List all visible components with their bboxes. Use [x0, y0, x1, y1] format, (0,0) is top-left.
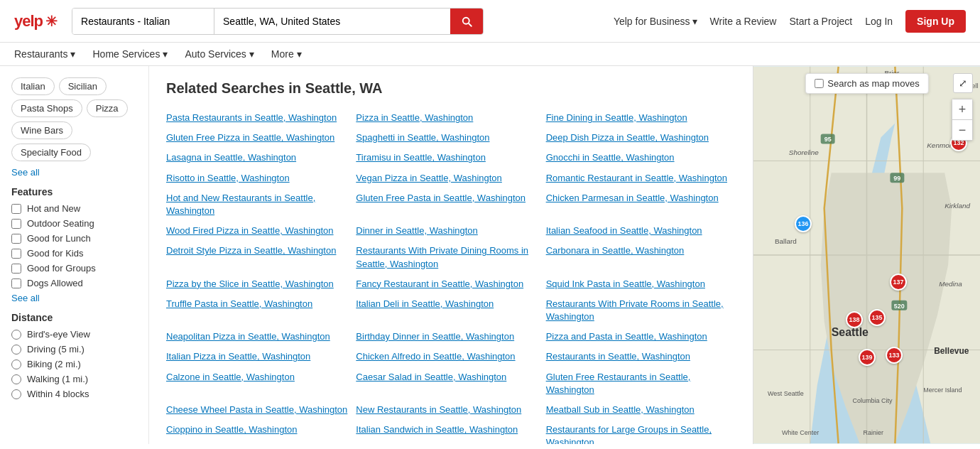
- related-search-link[interactable]: New Restaurants in Seattle, Washington: [356, 404, 521, 415]
- related-search-link[interactable]: Pizza and Pasta in Seattle, Washington: [546, 331, 707, 342]
- map-pin-139[interactable]: 139: [859, 349, 876, 366]
- search-query-input[interactable]: [72, 9, 214, 34]
- auto-services-nav[interactable]: Auto Services ▾: [185, 48, 254, 60]
- tag-wine-bars[interactable]: Wine Bars: [11, 121, 72, 139]
- map-pin-137[interactable]: 137: [890, 274, 907, 291]
- map-pin-138[interactable]: 138: [846, 311, 863, 328]
- feature-good-for-lunch[interactable]: Good for Lunch: [11, 233, 137, 244]
- related-search-link[interactable]: Cioppino in Seattle, Washington: [166, 424, 298, 435]
- logo[interactable]: yelp ✳: [14, 12, 58, 31]
- feature-good-for-kids-checkbox[interactable]: [11, 249, 21, 259]
- distance-walking[interactable]: Walking (1 mi.): [11, 374, 137, 384]
- related-search-link[interactable]: Italian Pizza in Seattle, Washington: [166, 351, 310, 362]
- related-search-link[interactable]: Pasta Restaurants in Seattle, Washington: [166, 112, 337, 123]
- feature-good-for-kids[interactable]: Good for Kids: [11, 248, 137, 259]
- login-button[interactable]: Log In: [865, 16, 893, 27]
- related-search-item: Truffle Pasta in Seattle, Washington: [166, 294, 356, 327]
- map-pin-136[interactable]: 136: [795, 215, 812, 232]
- tag-specialty-food[interactable]: Specialty Food: [11, 144, 91, 161]
- related-search-link[interactable]: Pizza by the Slice in Seattle, Washingto…: [166, 278, 334, 289]
- related-search-link[interactable]: Calzone in Seattle, Washington: [166, 372, 295, 382]
- related-search-link[interactable]: Romantic Restaurant in Seattle, Washingt…: [546, 173, 727, 183]
- start-project-nav[interactable]: Start a Project: [789, 16, 852, 27]
- related-search-item: Carbonara in Seattle, Washington: [546, 241, 736, 274]
- write-review-nav[interactable]: Write a Review: [710, 16, 777, 27]
- distance-biking[interactable]: Biking (2 mi.): [11, 359, 137, 369]
- related-search-link[interactable]: Birthday Dinner in Seattle, Washington: [356, 331, 514, 342]
- related-search-link[interactable]: Gluten Free Restaurants in Seattle, Wash…: [546, 372, 691, 395]
- related-search-item: Pizza by the Slice in Seattle, Washingto…: [166, 274, 356, 294]
- distance-walking-radio[interactable]: [11, 374, 21, 384]
- feature-dogs-allowed-checkbox[interactable]: [11, 278, 21, 288]
- tag-sicilian[interactable]: Sicilian: [59, 77, 107, 95]
- related-search-link[interactable]: Restaurants for Large Groups in Seattle,…: [546, 424, 712, 444]
- zoom-in-button[interactable]: +: [952, 99, 972, 119]
- feature-outdoor-seating-checkbox[interactable]: [11, 219, 21, 229]
- feature-good-for-lunch-checkbox[interactable]: [11, 234, 21, 244]
- see-all-tags[interactable]: See all: [11, 167, 137, 178]
- search-button[interactable]: [450, 9, 483, 34]
- feature-hot-and-new[interactable]: Hot and New: [11, 203, 137, 214]
- related-search-link[interactable]: Vegan Pizza in Seattle, Washington: [356, 173, 501, 183]
- distance-driving-radio[interactable]: [11, 345, 21, 355]
- distance-birds-eye-radio[interactable]: [11, 330, 21, 340]
- search-as-moves-checkbox[interactable]: [814, 79, 823, 88]
- distance-birds-eye[interactable]: Bird's-eye View: [11, 329, 137, 340]
- related-search-link[interactable]: Fancy Restaurant in Seattle, Washington: [356, 278, 523, 289]
- search-location-input[interactable]: [214, 9, 450, 34]
- search-as-map-moves[interactable]: Search as map moves: [805, 73, 928, 94]
- related-search-link[interactable]: Gnocchi in Seattle, Washington: [546, 152, 675, 163]
- feature-hot-and-new-checkbox[interactable]: [11, 204, 21, 214]
- related-search-link[interactable]: Caesar Salad in Seattle, Washington: [356, 372, 506, 382]
- related-search-link[interactable]: Restaurants With Private Rooms in Seattl…: [546, 298, 724, 322]
- related-search-link[interactable]: Dinner in Seattle, Washington: [356, 225, 478, 236]
- distance-driving[interactable]: Driving (5 mi.): [11, 344, 137, 355]
- related-search-link[interactable]: Italian Sandwich in Seattle, Washington: [356, 424, 518, 435]
- related-search-link[interactable]: Restaurants With Private Dining Rooms in…: [356, 245, 528, 269]
- signup-button[interactable]: Sign Up: [905, 10, 966, 33]
- related-search-link[interactable]: Neapolitan Pizza in Seattle, Washington: [166, 331, 330, 342]
- feature-outdoor-seating[interactable]: Outdoor Seating: [11, 218, 137, 229]
- distance-biking-radio[interactable]: [11, 359, 21, 369]
- tag-italian[interactable]: Italian: [11, 77, 55, 95]
- map-pin-135[interactable]: 135: [869, 309, 886, 326]
- related-search-link[interactable]: Cheese Wheel Pasta in Seattle, Washingto…: [166, 404, 347, 415]
- more-nav[interactable]: More ▾: [271, 48, 302, 60]
- related-search-link[interactable]: Spaghetti in Seattle, Washington: [356, 132, 489, 143]
- see-all-features[interactable]: See all: [11, 293, 137, 303]
- related-search-link[interactable]: Squid Ink Pasta in Seattle, Washington: [546, 278, 705, 289]
- related-search-link[interactable]: Carbonara in Seattle, Washington: [546, 245, 685, 256]
- tag-pizza[interactable]: Pizza: [87, 99, 128, 117]
- related-search-link[interactable]: Restaurants in Seattle, Washington: [546, 351, 690, 362]
- tag-pasta-shops[interactable]: Pasta Shops: [11, 99, 82, 117]
- related-search-link[interactable]: Gluten Free Pasta in Seattle, Washington: [356, 193, 526, 203]
- related-search-link[interactable]: Hot and New Restaurants in Seattle, Wash…: [166, 193, 315, 216]
- related-search-link[interactable]: Meatball Sub in Seattle, Washington: [546, 404, 695, 415]
- distance-within-4-blocks[interactable]: Within 4 blocks: [11, 389, 137, 399]
- feature-good-for-groups-checkbox[interactable]: [11, 264, 21, 274]
- related-search-link[interactable]: Chicken Alfredo in Seattle, Washington: [356, 351, 515, 362]
- related-search-link[interactable]: Chicken Parmesan in Seattle, Washington: [546, 193, 719, 203]
- map-pin-133[interactable]: 133: [886, 347, 903, 364]
- related-search-link[interactable]: Italian Deli in Seattle, Washington: [356, 298, 494, 309]
- feature-dogs-allowed[interactable]: Dogs Allowed: [11, 278, 137, 288]
- distance-within-4-blocks-radio[interactable]: [11, 389, 21, 399]
- related-search-link[interactable]: Risotto in Seattle, Washington: [166, 173, 290, 183]
- map-expand-button[interactable]: ⤢: [953, 73, 973, 93]
- related-search-link[interactable]: Deep Dish Pizza in Seattle, Washington: [546, 132, 709, 143]
- related-search-link[interactable]: Detroit Style Pizza in Seattle, Washingt…: [166, 245, 336, 256]
- related-search-link[interactable]: Wood Fired Pizza in Seattle, Washington: [166, 225, 334, 236]
- related-search-link[interactable]: Gluten Free Pizza in Seattle, Washington: [166, 132, 334, 143]
- restaurants-nav[interactable]: Restaurants ▾: [14, 48, 75, 60]
- related-search-link[interactable]: Lasagna in Seattle, Washington: [166, 152, 296, 163]
- zoom-out-button[interactable]: −: [952, 120, 972, 140]
- related-search-link[interactable]: Truffle Pasta in Seattle, Washington: [166, 298, 312, 309]
- home-services-nav[interactable]: Home Services ▾: [92, 48, 168, 60]
- yelp-for-business-nav[interactable]: Yelp for Business ▾: [614, 16, 697, 27]
- feature-good-for-groups[interactable]: Good for Groups: [11, 263, 137, 274]
- related-search-link[interactable]: Pizza in Seattle, Washington: [356, 112, 473, 123]
- related-search-link[interactable]: Tiramisu in Seattle, Washington: [356, 152, 486, 163]
- tag-group: Italian Sicilian Pasta Shops Pizza Wine …: [11, 77, 137, 161]
- related-search-link[interactable]: Fine Dining in Seattle, Washington: [546, 112, 687, 123]
- related-search-link[interactable]: Italian Seafood in Seattle, Washington: [546, 225, 702, 236]
